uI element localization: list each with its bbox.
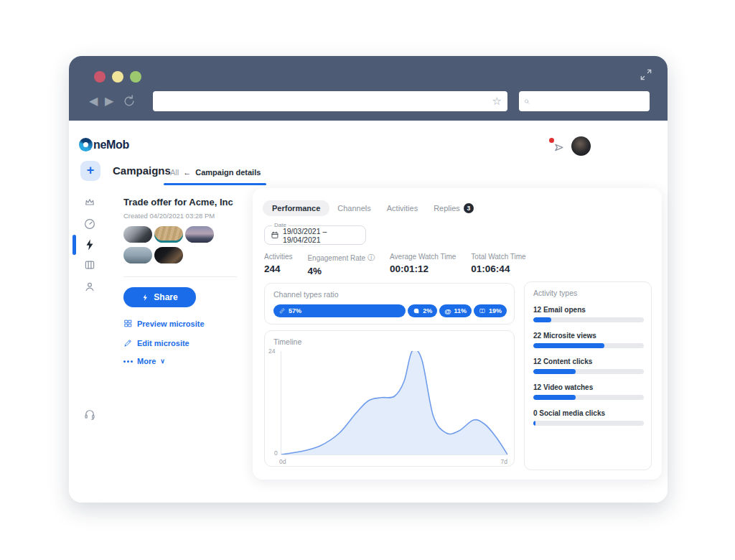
reload-button[interactable] <box>122 94 136 108</box>
timeline-title: Timeline <box>273 337 301 346</box>
segment-link[interactable]: 57% <box>273 304 406 317</box>
stat-engagement-rate: Engagement Rateⓘ 4% <box>307 253 375 276</box>
activity-item-microsite-views: 22 Microsite views <box>533 332 644 348</box>
sidebar-item-gauge-icon[interactable] <box>83 218 96 230</box>
tab-activities-label: Activities <box>387 204 418 213</box>
link-icon <box>278 307 286 314</box>
x-axis-end-tick: 7d <box>501 458 507 465</box>
tab-performance-label: Performance <box>272 204 320 213</box>
browser-navigation: ◀ ▶ ☆ <box>69 90 668 113</box>
breadcrumb-all[interactable]: All <box>170 168 179 177</box>
progress-fill <box>533 395 576 400</box>
sidebar-item-cards-icon[interactable] <box>83 258 96 271</box>
breadcrumb-underline <box>164 183 266 185</box>
tab-replies[interactable]: Replies 3 <box>426 200 482 217</box>
stat-activities-value: 244 <box>264 263 292 274</box>
activity-label: 22 Microsite views <box>533 332 644 340</box>
search-input[interactable] <box>530 91 650 111</box>
breadcrumb: All ← Campaign details <box>170 168 261 177</box>
sidebar-item-crown-icon[interactable] <box>83 196 96 209</box>
forward-button[interactable]: ▶ <box>105 90 113 113</box>
create-new-button[interactable]: + <box>80 161 100 181</box>
activity-types-title: Activity types <box>533 289 577 297</box>
window-controls <box>94 71 141 83</box>
chevron-down-icon: ∨ <box>160 358 165 365</box>
timeline-area-chart <box>281 351 507 454</box>
sidebar-item-bolt-icon[interactable] <box>83 238 96 251</box>
stat-activities-label: Activities <box>264 253 292 261</box>
campaign-thumbnail-city-night[interactable] <box>154 247 183 263</box>
more-actions-link[interactable]: More ∨ <box>123 357 165 365</box>
progress-fill <box>533 317 551 322</box>
activity-item-email-opens: 12 Email opens <box>533 306 644 322</box>
notification-cursor-icon[interactable] <box>551 140 566 154</box>
page-title: Campaigns <box>113 164 171 177</box>
segment-sms-label: 2% <box>423 307 432 314</box>
tab-activities[interactable]: Activities <box>379 200 426 216</box>
back-button[interactable]: ◀ <box>89 90 98 113</box>
more-label: More <box>137 357 156 365</box>
url-bar[interactable]: ☆ <box>153 91 507 111</box>
breadcrumb-back-arrow-icon[interactable]: ← <box>183 168 191 177</box>
expand-window-icon[interactable] <box>639 67 653 82</box>
search-bar[interactable] <box>519 91 650 111</box>
segment-sms[interactable]: 2% <box>408 304 437 317</box>
campaign-thumbnail-pier-ocean[interactable] <box>123 247 152 263</box>
stat-engagement-label: Engagement Rate <box>307 254 365 262</box>
campaign-details-card: Performance Channels Activities Replies … <box>253 188 662 480</box>
campaign-title: Trade offer for Acme, Inc <box>123 197 233 207</box>
maximize-window-button[interactable] <box>130 71 141 83</box>
replies-count-badge: 3 <box>464 203 474 213</box>
activity-label: 12 Email opens <box>533 306 644 314</box>
tab-performance[interactable]: Performance <box>263 200 329 216</box>
minimize-window-button[interactable] <box>112 71 123 83</box>
date-field-label: Date <box>272 222 289 228</box>
activity-types-list: 12 Email opens 22 Microsite views 12 Con… <box>533 306 644 435</box>
activity-label: 12 Video watches <box>533 383 644 391</box>
calendar-icon <box>271 230 279 240</box>
campaign-thumbnail-coast-dusk[interactable] <box>185 226 214 243</box>
progress-track <box>533 317 644 322</box>
embed-card-icon <box>479 307 486 314</box>
activity-item-content-clicks: 12 Content clicks <box>533 358 644 374</box>
stat-activities: Activities 244 <box>264 253 292 276</box>
detail-tabs: Performance Channels Activities Replies … <box>263 200 482 217</box>
breadcrumb-current: Campaign details <box>195 168 261 177</box>
bookmark-star-icon[interactable]: ☆ <box>487 95 507 108</box>
tab-channels[interactable]: Channels <box>329 200 378 216</box>
more-dots-icon <box>123 360 133 363</box>
url-input[interactable] <box>153 91 487 111</box>
progress-track <box>533 343 644 348</box>
progress-track <box>533 395 644 400</box>
tab-channels-label: Channels <box>337 204 370 213</box>
segment-email-label: 11% <box>454 307 467 314</box>
user-avatar[interactable] <box>571 136 591 156</box>
info-icon[interactable]: ⓘ <box>368 253 375 263</box>
campaign-thumbnail-sand-pattern[interactable] <box>154 226 183 243</box>
close-window-button[interactable] <box>94 71 106 83</box>
stat-total-watch-time: Total Watch Time 01:06:44 <box>471 253 525 276</box>
preview-microsite-link[interactable]: Preview microsite <box>123 319 205 328</box>
channel-ratio-bar: 57% 2% @ 11% <box>273 304 507 317</box>
segment-embed[interactable]: 19% <box>474 304 507 317</box>
campaign-thumbnail-person-stairs[interactable] <box>123 226 152 243</box>
edit-microsite-link[interactable]: Edit microsite <box>123 338 189 347</box>
date-range-field[interactable]: Date 19/03/2021 – 19/04/2021 <box>264 225 366 245</box>
progress-fill <box>533 421 535 426</box>
stats-row: Activities 244 Engagement Rateⓘ 4% Avera… <box>264 253 526 276</box>
share-button-label: Share <box>154 292 177 302</box>
activity-label: 0 Social media clicks <box>533 409 644 417</box>
sidebar-headset-icon[interactable] <box>83 408 96 421</box>
segment-embed-label: 19% <box>489 307 502 314</box>
sidebar-item-person-icon[interactable] <box>83 280 96 293</box>
share-button[interactable]: Share <box>123 287 196 307</box>
sms-bubble-icon <box>413 307 420 314</box>
y-axis-max-tick: 24 <box>268 347 275 355</box>
page: ◀ ▶ ☆ neMob <box>0 0 735 560</box>
email-at-icon: @ <box>444 307 451 315</box>
date-range-value: 19/03/2021 – 19/04/2021 <box>283 227 360 244</box>
segment-email[interactable]: @ 11% <box>439 304 472 317</box>
x-axis-line <box>281 454 508 455</box>
onemob-logo[interactable]: neMob <box>79 138 129 151</box>
campaign-created-date: Created 04/20/2021 03:28 PM <box>123 212 215 220</box>
